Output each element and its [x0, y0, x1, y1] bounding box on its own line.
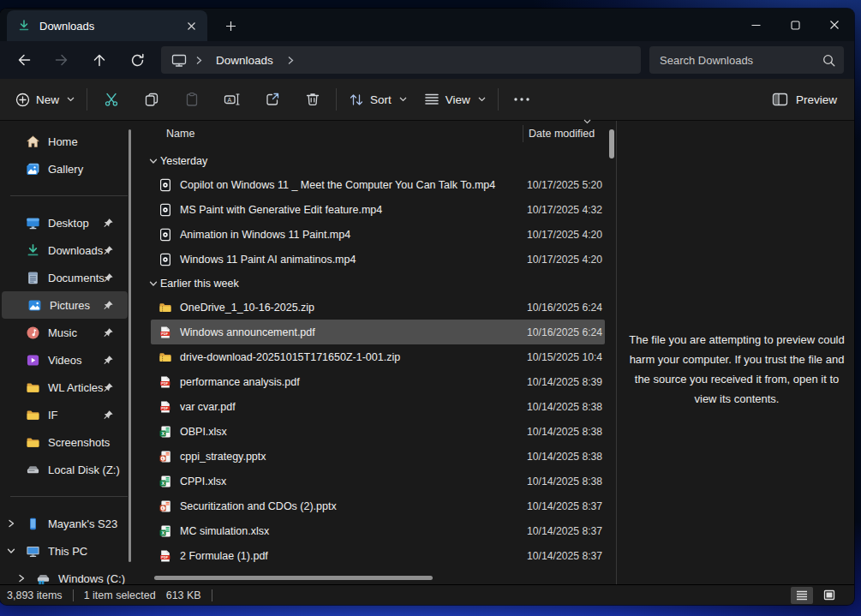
new-button[interactable]: New [7, 85, 83, 114]
chevron-down-icon[interactable] [146, 279, 160, 288]
view-button-label: View [445, 93, 470, 106]
toolbar-divider [498, 88, 499, 111]
sidebar-item-music[interactable]: Music [0, 319, 128, 346]
maximize-button[interactable] [775, 9, 815, 41]
preview-toggle-button[interactable]: Preview [762, 85, 847, 114]
sidebar-item-label: Windows (C:) [58, 572, 125, 585]
close-window-button[interactable] [815, 9, 854, 41]
search-input[interactable]: Search Downloads [649, 46, 844, 74]
chevron-right-icon[interactable] [17, 574, 26, 583]
sidebar-item-if[interactable]: IF [0, 401, 128, 428]
sidebar-item-label: Desktop [48, 217, 89, 230]
sidebar-item-local-disk-z[interactable]: Local Disk (Z:) [0, 456, 128, 483]
breadcrumb-downloads[interactable]: Downloads [211, 54, 278, 67]
sidebar-item-downloads[interactable]: Downloads [0, 236, 128, 264]
chevron-right-icon[interactable] [7, 519, 15, 528]
sidebar-item-wl-articles[interactable]: WL Articles [0, 374, 128, 401]
details-view-button[interactable] [791, 587, 813, 604]
trash-icon [305, 92, 320, 107]
rename-button[interactable]: A [212, 85, 252, 114]
sidebar-item-home[interactable]: Home [0, 128, 128, 155]
file-row-copilot-on-windows-11-meet-the-computer-you-can-talk-to-mp4[interactable]: Copilot on Windows 11 _ Meet the Compute… [151, 172, 605, 197]
sidebar-item-videos[interactable]: Videos [0, 346, 128, 374]
sidebar-item-label: Downloads [48, 244, 103, 257]
file-name: Windows 11 Paint AI animatinos.mp4 [180, 254, 527, 266]
delete-button[interactable] [292, 85, 332, 114]
up-button[interactable] [81, 45, 118, 75]
pc-icon [26, 544, 40, 559]
sidebar-item-gallery[interactable]: Gallery [0, 155, 128, 182]
paste-button[interactable] [171, 85, 212, 114]
file-row-windows-announcement-pdf[interactable]: PDFWindows announcement.pdf10/16/2025 6:… [151, 320, 605, 344]
file-row-windows-11-paint-ai-animatinos-mp4[interactable]: Windows 11 Paint AI animatinos.mp410/17/… [151, 247, 605, 272]
file-row-ms-paint-with-generative-edit-feature-mp4[interactable]: MS Paint with Generative Edit feature.mp… [151, 197, 605, 222]
file-row-performance-analysis-pdf[interactable]: PDFperformance analysis.pdf10/14/2025 8:… [151, 369, 605, 394]
chevron-down-icon[interactable] [146, 157, 160, 165]
chevron-down-icon[interactable] [7, 547, 15, 555]
file-row-onedrive-1-10-16-2025-zip[interactable]: OneDrive_1_10-16-2025.zip10/16/2025 6:24 [151, 295, 605, 320]
sort-button[interactable]: Sort [340, 85, 416, 114]
documents-icon [26, 271, 40, 285]
sort-icon [349, 93, 364, 107]
view-button[interactable]: View [416, 85, 494, 114]
home-icon [26, 135, 40, 149]
sidebar-item-documents[interactable]: Documents [0, 264, 128, 291]
sidebar-item-screenshots[interactable]: Screenshots [0, 428, 128, 456]
column-header-date-modified[interactable]: Date modified [523, 125, 616, 142]
status-divider [212, 589, 212, 601]
tab-title: Downloads [39, 20, 173, 33]
new-tab-button[interactable] [218, 13, 243, 39]
file-row-drive-download-20251015t171650z-1-001-zip[interactable]: drive-download-20251015T171650Z-1-001.zi… [151, 344, 605, 369]
pin-icon [103, 218, 114, 229]
file-name: MS Paint with Generative Edit feature.mp… [180, 204, 527, 216]
file-row-securitization-and-cdos-2-pptx[interactable]: Securitization and CDOs (2).pptx10/14/20… [151, 493, 605, 518]
group-label: Earlier this week [160, 278, 239, 290]
sidebar-item-windows-c[interactable]: Windows (C:) [0, 565, 128, 584]
navigation-bar: Downloads Search Downloads [0, 41, 854, 79]
group-header-yesterday[interactable]: Yesterday [140, 149, 616, 172]
see-more-button[interactable] [502, 85, 542, 114]
new-button-label: New [36, 93, 59, 106]
vertical-scrollbar[interactable] [609, 129, 614, 158]
refresh-button[interactable] [118, 45, 156, 75]
sidebar-item-mayank-s-s23[interactable]: Mayank's S23 [0, 510, 128, 537]
forward-button[interactable] [43, 45, 81, 75]
tab-downloads[interactable]: Downloads [7, 10, 207, 41]
group-label: Yesterday [160, 155, 207, 167]
sidebar-item-label: Home [48, 135, 78, 148]
sidebar-scrollbar[interactable] [129, 129, 131, 562]
search-placeholder: Search Downloads [660, 54, 822, 67]
copy-button[interactable] [131, 85, 171, 114]
mp4-file-icon [158, 228, 172, 242]
command-toolbar: New A Sort View [0, 79, 854, 121]
file-row-mc-simulation-xlsx[interactable]: XMC simulation.xlsx10/14/2025 8:37 [151, 518, 605, 543]
horizontal-scrollbar[interactable] [154, 576, 433, 580]
group-header-earlier-this-week[interactable]: Earlier this week [140, 272, 616, 295]
paste-icon [184, 92, 200, 107]
file-row-2-formulae-1-pdf[interactable]: PDF2 Formulae (1).pdf10/14/2025 8:37 [151, 543, 605, 568]
share-button[interactable] [252, 85, 292, 114]
pin-icon [103, 272, 114, 284]
file-row-cppi-strategy-pptx[interactable]: cppi_strategy.pptx10/14/2025 8:38 [151, 444, 605, 469]
tab-close-button[interactable] [182, 16, 200, 35]
xlsx-file-icon: X [158, 524, 172, 538]
file-date-modified: 10/14/2025 8:37 [527, 500, 605, 512]
file-row-animation-in-windows-11-paint-mp4[interactable]: Animation in Windows 11 Paint.mp410/17/2… [151, 222, 605, 247]
file-date-modified: 10/17/2025 4:32 [527, 204, 605, 216]
pdf-file-icon: PDF [158, 400, 172, 414]
large-icons-view-button[interactable] [818, 587, 840, 604]
sidebar-item-this-pc[interactable]: This PC [0, 537, 128, 565]
file-row-obpi-xlsx[interactable]: XOBPI.xlsx10/14/2025 8:38 [151, 419, 605, 444]
back-button[interactable] [5, 45, 43, 75]
sidebar-item-pictures[interactable]: Pictures [2, 291, 128, 319]
sidebar-item-desktop[interactable]: Desktop [0, 209, 128, 236]
file-row-cppi-xlsx[interactable]: XCPPI.xlsx10/14/2025 8:38 [151, 469, 605, 493]
cut-button[interactable] [91, 85, 131, 114]
view-details-icon [424, 93, 439, 106]
address-bar[interactable]: Downloads [161, 46, 641, 74]
column-header-name[interactable]: Name [140, 128, 523, 140]
file-row-var-cvar-pdf[interactable]: PDFvar cvar.pdf10/14/2025 8:38 [151, 394, 605, 419]
minimize-button[interactable] [736, 9, 775, 41]
file-name: OneDrive_1_10-16-2025.zip [180, 302, 527, 314]
preview-button-label: Preview [796, 93, 837, 106]
